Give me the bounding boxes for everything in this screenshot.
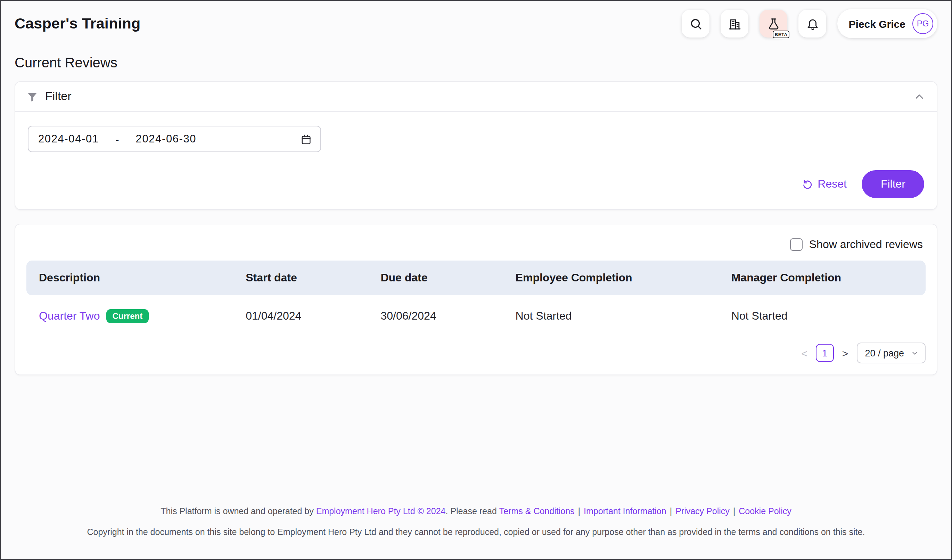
beta-badge: BETA [773,31,790,38]
notifications-button[interactable] [799,10,827,37]
flask-icon [767,17,780,30]
filter-card-body: 2024-04-01 - 2024-06-30 [15,112,937,209]
pagination: < 1 > 20 / page [26,342,926,363]
show-archived-row: Show archived reviews [26,238,923,251]
manager-completion-cell: Not Started [719,295,926,337]
date-to-value[interactable]: 2024-06-30 [136,133,197,145]
app-window: Casper's Training [0,0,952,560]
start-date-cell: 01/04/2024 [233,295,368,337]
table-row: Quarter TwoCurrent 01/04/2024 30/06/2024… [26,295,926,337]
chevron-down-icon [911,349,919,357]
chevron-up-icon[interactable] [913,90,926,103]
column-employee-completion: Employee Completion [503,261,719,295]
footer-prefix: This Platform is owned and operated by [161,506,316,516]
top-actions: BETA Pieck Grice PG [682,9,937,38]
filter-submit-button[interactable]: Filter [862,170,924,198]
user-menu[interactable]: Pieck Grice PG [838,9,937,38]
due-date-cell: 30/06/2024 [368,295,503,337]
reset-icon [802,179,813,190]
column-due-date: Due date [368,261,503,295]
footer-mid: . Please read [446,506,499,516]
separator: | [578,506,581,516]
separator: | [670,506,672,516]
date-range-input[interactable]: 2024-04-01 - 2024-06-30 [28,126,321,152]
filter-actions: Reset Filter [28,170,924,198]
footer-copyright-line: Copyright in the documents on this site … [15,527,937,538]
show-archived-label: Show archived reviews [809,238,923,251]
avatar: PG [912,13,933,34]
search-button[interactable] [682,10,710,37]
filter-title: Filter [45,89,71,103]
page-size-value: 20 / page [865,348,904,358]
pagination-prev-button[interactable]: < [801,347,807,359]
page-size-select[interactable]: 20 / page [856,342,926,363]
terms-link[interactable]: Terms & Conditions [499,506,575,516]
reviews-card: Show archived reviews Description Start … [15,224,937,375]
cookie-link[interactable]: Cookie Policy [739,506,791,516]
date-from-value[interactable]: 2024-04-01 [38,133,99,145]
reviews-table: Description Start date Due date Employee… [26,261,926,337]
filter-card-header[interactable]: Filter [15,82,937,112]
column-start-date: Start date [233,261,368,295]
column-description: Description [26,261,233,295]
footer: This Platform is owned and operated by E… [15,506,937,538]
show-archived-checkbox[interactable] [790,238,803,251]
reset-button[interactable]: Reset [802,178,847,190]
funnel-icon [26,91,38,102]
important-info-link[interactable]: Important Information [584,506,666,516]
privacy-link[interactable]: Privacy Policy [675,506,729,516]
user-name: Pieck Grice [849,18,906,29]
table-header-row: Description Start date Due date Employee… [26,261,926,295]
building-icon [728,17,742,30]
pagination-next-button[interactable]: > [842,347,848,359]
reset-label: Reset [818,178,847,190]
separator: | [733,506,736,516]
column-manager-completion: Manager Completion [719,261,926,295]
filter-card: Filter 2024-04-01 - 2024-06-30 [15,81,937,210]
calendar-icon[interactable] [300,133,312,145]
labs-beta-button[interactable]: BETA [760,10,788,37]
review-link[interactable]: Quarter Two [39,310,100,322]
page-title: Current Reviews [15,55,937,71]
organisation-button[interactable] [721,10,749,37]
bell-icon [806,17,819,30]
employee-completion-cell: Not Started [503,295,719,337]
status-badge: Current [106,309,149,323]
date-separator: - [116,133,119,145]
company-link[interactable]: Employment Hero Pty Ltd © 2024 [316,506,446,516]
footer-legal-line: This Platform is owned and operated by E… [15,506,937,518]
pagination-current-page[interactable]: 1 [816,344,834,362]
search-icon [689,17,703,30]
top-bar: Casper's Training [15,1,937,46]
app-title: Casper's Training [15,15,141,32]
